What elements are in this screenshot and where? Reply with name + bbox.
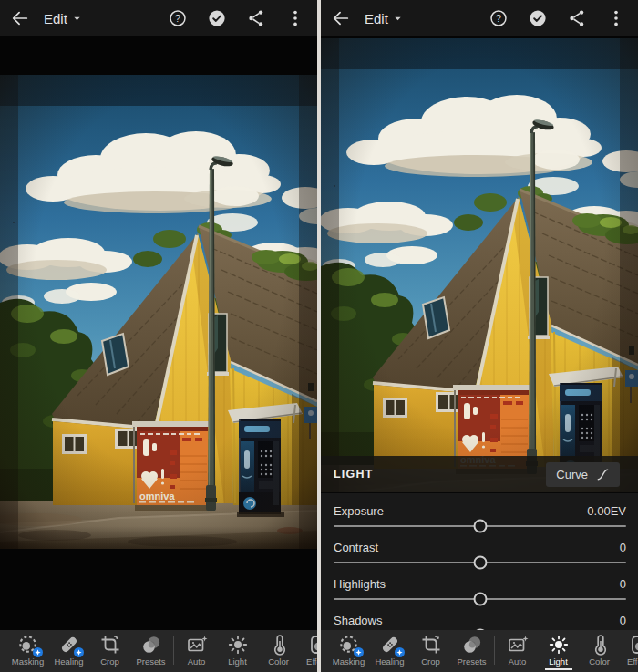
tool-auto[interactable]: Auto (497, 634, 538, 667)
light-panel-body: Exposure 0.00EV Contrast 0 (321, 493, 638, 630)
shadows-slider-track[interactable] (334, 628, 626, 630)
back-arrow-icon[interactable] (330, 7, 352, 29)
healing-icon (379, 634, 401, 656)
edit-mode-dropdown[interactable]: Edit (365, 11, 402, 26)
tool-label: Healing (54, 656, 83, 667)
tool-auto[interactable]: Auto (176, 634, 217, 667)
exposure-slider-thumb[interactable] (473, 520, 487, 533)
tool-light[interactable]: Light (217, 634, 258, 667)
photo-canvas[interactable] (0, 75, 317, 549)
effects-icon (309, 634, 318, 656)
panel-title: LIGHT (334, 468, 374, 481)
color-thermometer-icon (589, 634, 611, 656)
presets-icon (461, 634, 483, 656)
curve-button[interactable]: Curve (546, 462, 620, 487)
tool-label: Auto (509, 656, 527, 667)
photo-area (0, 36, 317, 630)
tool-effects[interactable]: Effects (620, 634, 638, 667)
edit-mode-dropdown[interactable]: Edit (44, 11, 81, 26)
tool-label: Masking (333, 656, 365, 667)
slider-exposure: Exposure 0.00EV (321, 504, 638, 533)
tool-presets[interactable]: Presets (130, 634, 171, 667)
edit-toolbar: Masking Healing Crop Presets Auto (0, 630, 317, 672)
shadows-slider-thumb[interactable] (473, 629, 487, 631)
tool-label: Effects (306, 656, 317, 667)
auto-icon (186, 634, 208, 656)
tool-label: Light (549, 656, 568, 667)
slider-highlights: Highlights 0 (321, 577, 638, 606)
tool-color[interactable]: Color (258, 634, 299, 667)
help-icon[interactable] (167, 7, 189, 29)
slider-label: Shadows (334, 614, 382, 628)
healing-badge-icon (74, 647, 84, 657)
crop-icon (99, 634, 121, 656)
chevron-down-icon (394, 15, 402, 23)
share-icon[interactable] (245, 7, 267, 29)
healing-icon (58, 634, 80, 656)
tool-label: Color (589, 656, 610, 667)
slider-value: 0 (620, 541, 626, 555)
tool-effects[interactable]: Effects (299, 634, 317, 667)
slider-shadows: Shadows 0 (321, 614, 638, 630)
toolbar-divider (173, 636, 174, 665)
tone-curve-icon (596, 468, 610, 481)
highlights-slider-thumb[interactable] (473, 593, 487, 606)
tool-healing[interactable]: Healing (369, 634, 410, 667)
slider-label: Highlights (334, 577, 386, 592)
back-arrow-icon[interactable] (9, 7, 31, 29)
slider-label: Exposure (334, 504, 384, 519)
tool-color[interactable]: Color (579, 634, 620, 667)
tool-label: Auto (188, 656, 206, 667)
slider-label: Contrast (334, 541, 378, 555)
edit-mode-label: Edit (365, 11, 388, 26)
tool-label: Healing (375, 656, 404, 667)
tool-healing[interactable]: Healing (48, 634, 89, 667)
help-icon[interactable] (488, 7, 509, 29)
topbar: Edit (321, 0, 638, 36)
tool-light-active[interactable]: Light (538, 634, 579, 670)
curve-button-label: Curve (556, 468, 588, 481)
healing-badge-icon (395, 647, 405, 657)
contrast-slider-thumb[interactable] (473, 556, 487, 570)
light-adjustments-panel: LIGHT Curve Exposure 0.00EV (321, 456, 638, 630)
done-check-icon[interactable] (206, 7, 228, 29)
share-icon[interactable] (566, 7, 588, 29)
contrast-slider-track[interactable] (334, 555, 626, 570)
topbar: Edit (0, 0, 317, 36)
edit-toolbar: Masking Healing Crop Presets Auto (321, 630, 638, 672)
highlights-slider-track[interactable] (334, 592, 626, 606)
effects-icon (630, 634, 638, 656)
color-thermometer-icon (268, 634, 290, 656)
photo-canvas[interactable] (321, 38, 638, 512)
panel-light-editing: Edit LIGHT Curve (321, 0, 638, 672)
masking-icon (17, 634, 39, 656)
chevron-down-icon (73, 15, 81, 23)
toolbar-divider (494, 636, 495, 665)
light-sun-icon (227, 634, 249, 656)
edit-mode-label: Edit (44, 11, 67, 26)
tool-label: Light (228, 656, 247, 667)
overflow-menu-icon[interactable] (284, 7, 306, 29)
tool-label: Presets (457, 656, 486, 667)
lightroom-comparison-screenshot: Edit Masking (0, 0, 638, 672)
tool-masking[interactable]: Masking (328, 634, 369, 667)
masking-badge-icon (354, 647, 364, 657)
done-check-icon[interactable] (527, 7, 549, 29)
exposure-slider-track[interactable] (334, 519, 626, 533)
tool-masking[interactable]: Masking (7, 634, 48, 667)
tool-crop[interactable]: Crop (410, 634, 451, 667)
light-sun-icon (548, 634, 570, 656)
slider-value: 0 (620, 577, 626, 592)
overflow-menu-icon[interactable] (605, 7, 627, 29)
tool-label: Masking (12, 656, 44, 667)
auto-icon (507, 634, 529, 656)
tool-crop[interactable]: Crop (89, 634, 130, 667)
tool-label: Crop (100, 656, 119, 667)
tool-presets[interactable]: Presets (451, 634, 492, 667)
tool-label: Crop (421, 656, 440, 667)
tool-label: Color (268, 656, 289, 667)
tool-label: Presets (136, 656, 165, 667)
light-panel-header: LIGHT Curve (321, 456, 638, 493)
masking-badge-icon (33, 647, 43, 657)
presets-icon (140, 634, 162, 656)
